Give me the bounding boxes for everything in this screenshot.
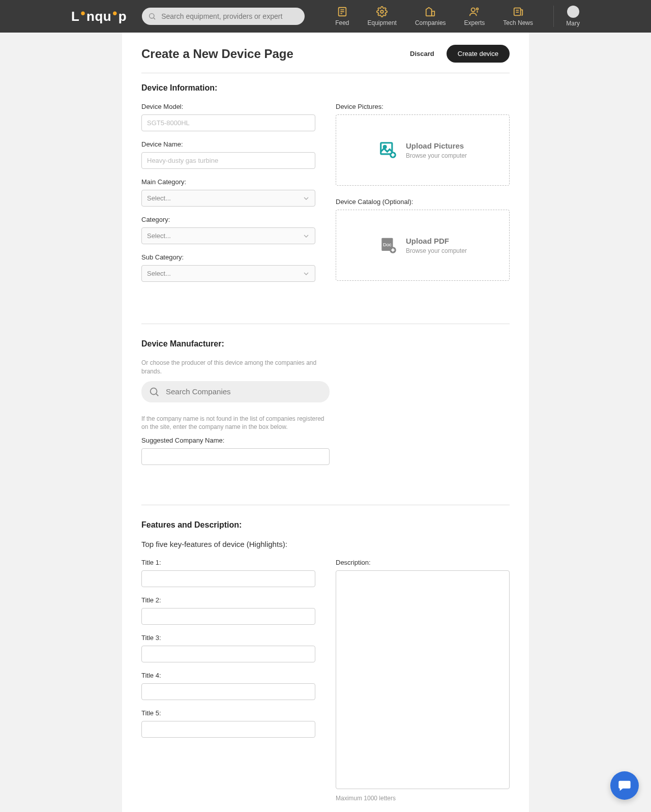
section-features: Features and Description: Top five key-f… — [141, 505, 510, 812]
user-name: Mary — [566, 20, 580, 27]
pdf-upload-icon: Doc — [378, 236, 398, 255]
experts-icon — [469, 6, 480, 17]
device-model-label: Device Model: — [141, 103, 315, 110]
header-user[interactable]: Mary — [553, 6, 580, 27]
title5-input[interactable] — [141, 721, 315, 738]
description-max-note: Maximum 1000 letters — [336, 795, 510, 802]
image-upload-icon — [378, 140, 398, 160]
brand-logo[interactable]: L•nqu•p — [71, 9, 127, 24]
svg-rect-13 — [381, 143, 392, 154]
nav-feed[interactable]: Feed — [335, 6, 349, 26]
section-title: Device Information: — [141, 83, 510, 93]
svg-point-8 — [471, 8, 475, 12]
header: L•nqu•p Feed Equipment Companies Experts… — [0, 0, 651, 33]
nav-label: Tech News — [503, 19, 533, 26]
create-device-button[interactable]: Create device — [447, 45, 510, 63]
global-search — [142, 8, 305, 25]
nav-label: Experts — [464, 19, 485, 26]
title4-input[interactable] — [141, 683, 315, 700]
pictures-label: Device Pictures: — [336, 103, 510, 110]
title5-label: Title 5: — [141, 709, 315, 717]
main-category-select[interactable]: Select... — [141, 190, 315, 207]
main-category-label: Main Category: — [141, 178, 315, 186]
svg-point-0 — [150, 14, 154, 18]
search-icon — [148, 12, 156, 20]
title1-input[interactable] — [141, 570, 315, 587]
title3-input[interactable] — [141, 646, 315, 662]
avatar — [567, 6, 579, 18]
top-nav: Feed Equipment Companies Experts Tech Ne… — [335, 6, 533, 26]
features-subtitle: Top five key-features of device (Highlig… — [141, 540, 510, 548]
nav-equipment[interactable]: Equipment — [368, 6, 397, 26]
page: Create a New Device Page Discard Create … — [122, 33, 529, 812]
upload-pictures-title: Upload Pictures — [406, 141, 467, 150]
chat-bubble[interactable] — [610, 771, 639, 800]
search-icon — [149, 386, 160, 397]
svg-point-19 — [151, 388, 157, 394]
section-title: Features and Description: — [141, 520, 510, 530]
upload-pdf[interactable]: Doc Upload PDF Browse your computer — [336, 210, 510, 281]
search-input[interactable] — [142, 8, 305, 25]
page-title: Create a New Device Page — [141, 47, 293, 61]
title1-label: Title 1: — [141, 559, 315, 566]
description-label: Description: — [336, 559, 510, 566]
section-manufacturer: Device Manufacturer: Or choose the produ… — [141, 324, 510, 489]
device-name-input[interactable] — [141, 152, 315, 169]
catalog-label: Device Catalog (Optional): — [336, 198, 510, 206]
svg-line-20 — [156, 394, 158, 396]
suggested-company-input[interactable] — [141, 448, 330, 465]
nav-label: Companies — [415, 19, 446, 26]
manufacturer-help-top: Or choose the producer of this device am… — [141, 359, 324, 376]
sub-category-label: Sub Category: — [141, 253, 315, 261]
section-title: Device Manufacturer: — [141, 339, 510, 349]
upload-pictures-sub: Browse your computer — [406, 152, 467, 159]
title3-label: Title 3: — [141, 634, 315, 642]
nav-technews[interactable]: Tech News — [503, 6, 533, 26]
title2-input[interactable] — [141, 608, 315, 625]
upload-pictures[interactable]: Upload Pictures Browse your computer — [336, 114, 510, 186]
svg-point-9 — [477, 8, 479, 10]
companies-icon — [425, 6, 436, 17]
discard-button[interactable]: Discard — [403, 46, 441, 62]
nav-label: Equipment — [368, 19, 397, 26]
category-select[interactable]: Select... — [141, 227, 315, 244]
category-label: Category: — [141, 216, 315, 223]
svg-line-1 — [154, 18, 155, 19]
feed-icon — [337, 6, 348, 17]
equipment-icon — [376, 6, 388, 17]
suggested-company-label: Suggested Company Name: — [141, 437, 330, 444]
company-search-input[interactable] — [141, 381, 330, 402]
nav-label: Feed — [335, 19, 349, 26]
manufacturer-help-bottom: If the company name is not found in the … — [141, 415, 324, 432]
news-icon — [513, 6, 524, 17]
description-textarea[interactable] — [336, 570, 510, 789]
title4-label: Title 4: — [141, 672, 315, 679]
upload-pdf-title: Upload PDF — [406, 237, 467, 245]
company-search — [141, 381, 330, 402]
sub-category-select[interactable]: Select... — [141, 265, 315, 282]
svg-text:Doc: Doc — [383, 242, 392, 247]
nav-companies[interactable]: Companies — [415, 6, 446, 26]
section-device-info: Device Information: Device Model: Device… — [141, 83, 510, 308]
device-model-input[interactable] — [141, 114, 315, 131]
upload-pdf-sub: Browse your computer — [406, 247, 467, 254]
title2-label: Title 2: — [141, 596, 315, 604]
svg-point-6 — [380, 10, 383, 13]
device-name-label: Device Name: — [141, 140, 315, 148]
nav-experts[interactable]: Experts — [464, 6, 485, 26]
chat-icon — [617, 778, 632, 793]
